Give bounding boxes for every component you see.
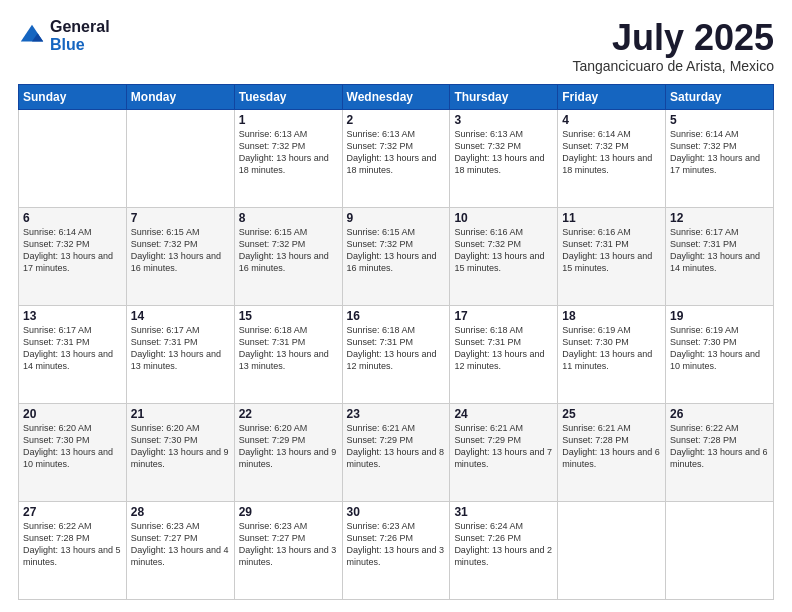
day-number: 7 [131, 211, 230, 225]
day-info: Sunrise: 6:15 AMSunset: 7:32 PMDaylight:… [239, 226, 338, 275]
day-info: Sunrise: 6:20 AMSunset: 7:29 PMDaylight:… [239, 422, 338, 471]
calendar-cell: 14Sunrise: 6:17 AMSunset: 7:31 PMDayligh… [126, 305, 234, 403]
day-number: 20 [23, 407, 122, 421]
day-info: Sunrise: 6:14 AMSunset: 7:32 PMDaylight:… [670, 128, 769, 177]
day-info: Sunrise: 6:15 AMSunset: 7:32 PMDaylight:… [347, 226, 446, 275]
calendar-cell: 21Sunrise: 6:20 AMSunset: 7:30 PMDayligh… [126, 403, 234, 501]
day-number: 8 [239, 211, 338, 225]
day-number: 16 [347, 309, 446, 323]
day-number: 28 [131, 505, 230, 519]
calendar-cell: 28Sunrise: 6:23 AMSunset: 7:27 PMDayligh… [126, 501, 234, 599]
day-info: Sunrise: 6:13 AMSunset: 7:32 PMDaylight:… [347, 128, 446, 177]
day-info: Sunrise: 6:14 AMSunset: 7:32 PMDaylight:… [23, 226, 122, 275]
logo-text: General Blue [50, 18, 110, 53]
day-number: 27 [23, 505, 122, 519]
calendar-cell: 31Sunrise: 6:24 AMSunset: 7:26 PMDayligh… [450, 501, 558, 599]
calendar-cell: 9Sunrise: 6:15 AMSunset: 7:32 PMDaylight… [342, 207, 450, 305]
calendar-cell: 30Sunrise: 6:23 AMSunset: 7:26 PMDayligh… [342, 501, 450, 599]
calendar-cell: 17Sunrise: 6:18 AMSunset: 7:31 PMDayligh… [450, 305, 558, 403]
logo: General Blue [18, 18, 110, 53]
calendar-header-wednesday: Wednesday [342, 84, 450, 109]
calendar-table: SundayMondayTuesdayWednesdayThursdayFrid… [18, 84, 774, 600]
calendar-week-2: 6Sunrise: 6:14 AMSunset: 7:32 PMDaylight… [19, 207, 774, 305]
day-info: Sunrise: 6:15 AMSunset: 7:32 PMDaylight:… [131, 226, 230, 275]
day-number: 21 [131, 407, 230, 421]
day-number: 14 [131, 309, 230, 323]
calendar-week-1: 1Sunrise: 6:13 AMSunset: 7:32 PMDaylight… [19, 109, 774, 207]
day-info: Sunrise: 6:17 AMSunset: 7:31 PMDaylight:… [131, 324, 230, 373]
day-number: 6 [23, 211, 122, 225]
calendar-cell: 1Sunrise: 6:13 AMSunset: 7:32 PMDaylight… [234, 109, 342, 207]
logo-line1: General [50, 18, 110, 36]
day-info: Sunrise: 6:21 AMSunset: 7:29 PMDaylight:… [454, 422, 553, 471]
day-number: 26 [670, 407, 769, 421]
calendar-cell: 7Sunrise: 6:15 AMSunset: 7:32 PMDaylight… [126, 207, 234, 305]
logo-icon [18, 22, 46, 50]
calendar-cell: 25Sunrise: 6:21 AMSunset: 7:28 PMDayligh… [558, 403, 666, 501]
calendar-header-row: SundayMondayTuesdayWednesdayThursdayFrid… [19, 84, 774, 109]
day-info: Sunrise: 6:20 AMSunset: 7:30 PMDaylight:… [131, 422, 230, 471]
calendar-header-tuesday: Tuesday [234, 84, 342, 109]
calendar-header-sunday: Sunday [19, 84, 127, 109]
calendar-cell: 29Sunrise: 6:23 AMSunset: 7:27 PMDayligh… [234, 501, 342, 599]
calendar-week-5: 27Sunrise: 6:22 AMSunset: 7:28 PMDayligh… [19, 501, 774, 599]
calendar-header-monday: Monday [126, 84, 234, 109]
calendar-header-saturday: Saturday [666, 84, 774, 109]
calendar-week-4: 20Sunrise: 6:20 AMSunset: 7:30 PMDayligh… [19, 403, 774, 501]
calendar-cell [19, 109, 127, 207]
calendar-cell: 16Sunrise: 6:18 AMSunset: 7:31 PMDayligh… [342, 305, 450, 403]
calendar-cell: 2Sunrise: 6:13 AMSunset: 7:32 PMDaylight… [342, 109, 450, 207]
calendar-cell: 12Sunrise: 6:17 AMSunset: 7:31 PMDayligh… [666, 207, 774, 305]
calendar-cell: 15Sunrise: 6:18 AMSunset: 7:31 PMDayligh… [234, 305, 342, 403]
day-number: 13 [23, 309, 122, 323]
calendar-week-3: 13Sunrise: 6:17 AMSunset: 7:31 PMDayligh… [19, 305, 774, 403]
subtitle: Tangancicuaro de Arista, Mexico [572, 58, 774, 74]
day-info: Sunrise: 6:22 AMSunset: 7:28 PMDaylight:… [23, 520, 122, 569]
calendar-cell: 18Sunrise: 6:19 AMSunset: 7:30 PMDayligh… [558, 305, 666, 403]
day-number: 1 [239, 113, 338, 127]
day-number: 24 [454, 407, 553, 421]
day-number: 11 [562, 211, 661, 225]
day-info: Sunrise: 6:17 AMSunset: 7:31 PMDaylight:… [670, 226, 769, 275]
day-info: Sunrise: 6:19 AMSunset: 7:30 PMDaylight:… [562, 324, 661, 373]
day-number: 29 [239, 505, 338, 519]
day-number: 5 [670, 113, 769, 127]
calendar-header-thursday: Thursday [450, 84, 558, 109]
calendar-cell: 24Sunrise: 6:21 AMSunset: 7:29 PMDayligh… [450, 403, 558, 501]
day-info: Sunrise: 6:14 AMSunset: 7:32 PMDaylight:… [562, 128, 661, 177]
day-info: Sunrise: 6:22 AMSunset: 7:28 PMDaylight:… [670, 422, 769, 471]
day-info: Sunrise: 6:24 AMSunset: 7:26 PMDaylight:… [454, 520, 553, 569]
logo-line2: Blue [50, 36, 110, 54]
calendar-cell: 5Sunrise: 6:14 AMSunset: 7:32 PMDaylight… [666, 109, 774, 207]
day-number: 4 [562, 113, 661, 127]
calendar-cell [126, 109, 234, 207]
day-number: 22 [239, 407, 338, 421]
calendar-cell: 8Sunrise: 6:15 AMSunset: 7:32 PMDaylight… [234, 207, 342, 305]
calendar-cell: 10Sunrise: 6:16 AMSunset: 7:32 PMDayligh… [450, 207, 558, 305]
day-number: 10 [454, 211, 553, 225]
day-number: 25 [562, 407, 661, 421]
day-info: Sunrise: 6:21 AMSunset: 7:29 PMDaylight:… [347, 422, 446, 471]
day-info: Sunrise: 6:18 AMSunset: 7:31 PMDaylight:… [239, 324, 338, 373]
header: General Blue July 2025 Tangancicuaro de … [18, 18, 774, 74]
day-number: 19 [670, 309, 769, 323]
day-number: 17 [454, 309, 553, 323]
day-info: Sunrise: 6:20 AMSunset: 7:30 PMDaylight:… [23, 422, 122, 471]
calendar-cell: 23Sunrise: 6:21 AMSunset: 7:29 PMDayligh… [342, 403, 450, 501]
day-info: Sunrise: 6:17 AMSunset: 7:31 PMDaylight:… [23, 324, 122, 373]
calendar-cell [666, 501, 774, 599]
calendar-cell: 4Sunrise: 6:14 AMSunset: 7:32 PMDaylight… [558, 109, 666, 207]
page: General Blue July 2025 Tangancicuaro de … [0, 0, 792, 612]
day-info: Sunrise: 6:23 AMSunset: 7:27 PMDaylight:… [239, 520, 338, 569]
day-number: 12 [670, 211, 769, 225]
day-info: Sunrise: 6:18 AMSunset: 7:31 PMDaylight:… [454, 324, 553, 373]
calendar-cell: 19Sunrise: 6:19 AMSunset: 7:30 PMDayligh… [666, 305, 774, 403]
calendar-cell: 13Sunrise: 6:17 AMSunset: 7:31 PMDayligh… [19, 305, 127, 403]
day-number: 15 [239, 309, 338, 323]
calendar-cell: 6Sunrise: 6:14 AMSunset: 7:32 PMDaylight… [19, 207, 127, 305]
day-number: 23 [347, 407, 446, 421]
calendar-cell: 3Sunrise: 6:13 AMSunset: 7:32 PMDaylight… [450, 109, 558, 207]
day-info: Sunrise: 6:16 AMSunset: 7:32 PMDaylight:… [454, 226, 553, 275]
calendar-cell: 11Sunrise: 6:16 AMSunset: 7:31 PMDayligh… [558, 207, 666, 305]
day-info: Sunrise: 6:21 AMSunset: 7:28 PMDaylight:… [562, 422, 661, 471]
